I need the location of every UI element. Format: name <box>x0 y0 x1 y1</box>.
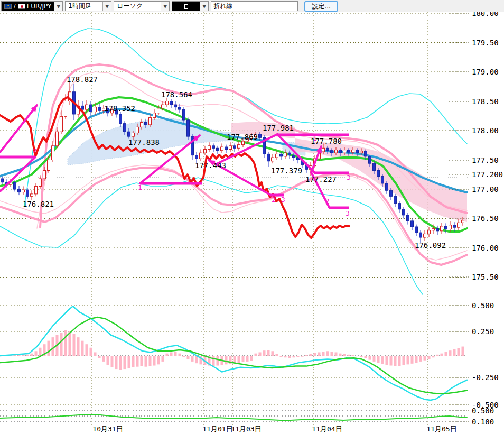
candle-up <box>458 223 460 227</box>
candle-down <box>390 190 393 196</box>
macd-histogram-bar <box>432 356 435 357</box>
chart-canvas[interactable]: 21233231178.827178.352178.564177.838177.… <box>0 0 504 434</box>
price-annotation: 177.379 <box>271 167 302 175</box>
macd-histogram-bar <box>242 356 245 362</box>
candle-down <box>187 120 190 136</box>
trading-app-window: 21233231178.827178.352178.564177.838177.… <box>0 0 504 434</box>
candle-up <box>132 133 135 136</box>
candle-down <box>288 153 291 155</box>
wave-count-label: 2 <box>325 197 330 205</box>
date-axis-label: 11月01日 <box>202 425 232 433</box>
candle-down <box>183 109 185 120</box>
macd-histogram-bar <box>381 356 384 364</box>
currency-pair-select[interactable]: / EUR/JPY ▼ <box>1 1 63 11</box>
macd-histogram-bar <box>124 356 126 369</box>
wave-count-label: 2 <box>272 196 276 204</box>
macd-histogram-bar <box>293 356 295 357</box>
macd-histogram-bar <box>331 352 333 356</box>
macd-histogram-bar <box>250 356 253 361</box>
candle-up <box>86 105 88 109</box>
macd-histogram-bar <box>107 356 109 365</box>
macd-histogram-bar <box>35 351 38 356</box>
chevron-down-icon[interactable]: ▼ <box>200 2 208 11</box>
macd-histogram-bar <box>162 356 164 362</box>
macd-histogram-bar <box>191 356 194 362</box>
macd-histogram-bar <box>255 354 257 356</box>
drawing-tool-input[interactable] <box>211 1 298 11</box>
macd-histogram-bar <box>267 350 270 356</box>
candle-up <box>208 146 211 150</box>
candle-up <box>322 148 325 152</box>
chevron-down-icon[interactable]: ▼ <box>102 2 111 11</box>
candle-up <box>449 225 452 229</box>
candle-down <box>415 227 418 233</box>
wave-count-label: 3 <box>347 173 351 181</box>
macd-histogram-bar <box>386 356 388 365</box>
candle-down <box>339 150 342 153</box>
macd-histogram-bar <box>301 356 304 357</box>
candle-up <box>64 101 67 117</box>
macd-histogram-bar <box>352 355 354 356</box>
price-annotation: 176.092 <box>415 241 446 250</box>
candle-down <box>124 124 126 132</box>
macd-histogram-bar <box>403 356 405 365</box>
macd-histogram-bar <box>217 356 219 366</box>
candle-up <box>141 122 143 127</box>
chart-background <box>0 0 504 434</box>
macd-histogram-bar <box>90 348 92 356</box>
macd-histogram-bar <box>310 354 312 356</box>
candle-up <box>60 116 63 132</box>
macd-histogram-bar <box>390 356 393 366</box>
candle-up <box>149 118 152 125</box>
macd-histogram-bar <box>373 356 376 362</box>
macd-histogram-bar <box>145 356 147 367</box>
candle-up <box>157 108 160 113</box>
chevron-down-icon[interactable]: ▼ <box>54 2 62 11</box>
macd-histogram-bar <box>26 355 29 356</box>
candle-down <box>119 114 122 124</box>
currency-pair-label: EUR/JPY <box>27 3 52 10</box>
candle-up <box>441 226 443 231</box>
macd-histogram-bar <box>419 356 422 362</box>
macd-histogram-bar <box>343 354 346 356</box>
eu-flag-icon <box>4 4 12 9</box>
axis-price-label: 0.500 <box>472 301 494 310</box>
timeframe-select[interactable]: 1時間足 ▼ <box>65 1 111 11</box>
bar-color-value <box>172 2 200 11</box>
macd-histogram-bar <box>360 356 363 357</box>
macd-histogram-bar <box>246 356 249 362</box>
settings-button[interactable]: 設定... <box>304 1 338 12</box>
timeframe-value: 1時間足 <box>66 2 102 11</box>
candle-up <box>56 132 59 146</box>
axis-price-label: 0.500 <box>472 407 494 415</box>
candle-down <box>365 151 367 156</box>
price-annotation: 177.981 <box>263 124 294 132</box>
price-annotation: 176.821 <box>23 200 54 208</box>
macd-histogram-bar <box>436 355 439 356</box>
price-annotation: 177.869 <box>227 133 258 141</box>
chart-toolbar: / EUR/JPY ▼ 1時間足 ▼ ローソク ▼ ▼ 設定... <box>0 0 504 12</box>
macd-histogram-bar <box>73 334 76 356</box>
macd-histogram-bar <box>458 348 460 356</box>
chart-type-select[interactable]: ローソク ▼ <box>114 1 170 11</box>
candle-up <box>22 190 25 192</box>
axis-price-label: 0.250 <box>472 327 494 336</box>
macd-histogram-bar <box>288 356 291 358</box>
candle-down <box>398 204 401 209</box>
wave-count-label: 3 <box>281 196 285 204</box>
candle-down <box>407 215 409 221</box>
chevron-down-icon[interactable]: ▼ <box>161 2 169 11</box>
chart-type-value: ローソク <box>114 2 161 11</box>
macd-histogram-bar <box>377 356 380 363</box>
macd-histogram-bar <box>187 356 190 359</box>
candle-up <box>432 228 435 230</box>
candle-down <box>18 189 21 192</box>
axis-price-label: 178.00 <box>472 126 499 135</box>
macd-histogram-bar <box>98 356 101 358</box>
macd-histogram-bar <box>174 352 177 356</box>
candle-down <box>179 107 181 109</box>
macd-histogram-bar <box>212 356 215 366</box>
macd-histogram-bar <box>445 352 447 356</box>
bar-color-select[interactable]: ▼ <box>172 1 209 11</box>
candle-up <box>162 105 164 108</box>
